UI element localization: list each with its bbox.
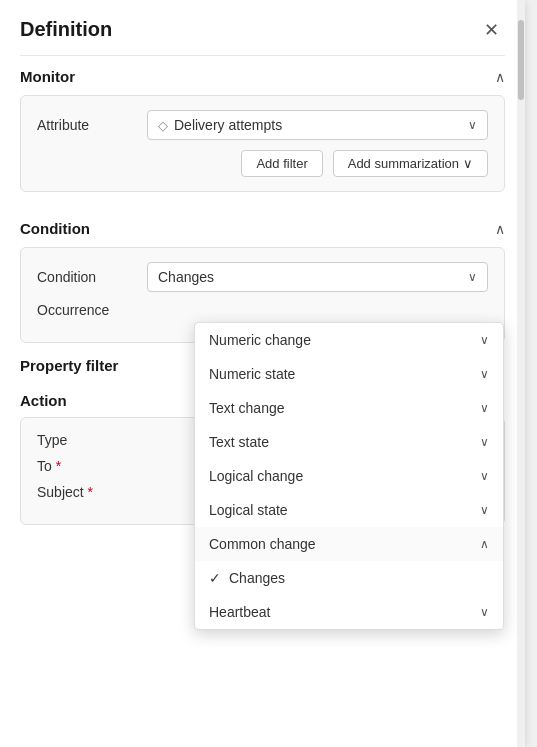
scrollbar-thumb[interactable]	[518, 20, 524, 100]
condition-label: Condition	[37, 269, 147, 285]
condition-chevron-icon: ∧	[495, 221, 505, 237]
text-state-caret: ∨	[480, 435, 489, 449]
logical-change-caret: ∨	[480, 469, 489, 483]
text-change-label: Text change	[209, 400, 480, 416]
action-title: Action	[20, 392, 67, 409]
dropdown-item-logical-change[interactable]: Logical change ∨	[195, 459, 503, 493]
type-label: Type	[37, 432, 147, 448]
occurrence-row: Occurrence	[37, 302, 488, 318]
diamond-icon: ◇	[158, 118, 168, 133]
monitor-title: Monitor	[20, 68, 75, 85]
to-required-star: *	[56, 458, 61, 474]
close-button[interactable]: ✕	[478, 19, 505, 41]
condition-select[interactable]: Changes ∨	[147, 262, 488, 292]
add-filter-button[interactable]: Add filter	[241, 150, 322, 177]
text-state-label: Text state	[209, 434, 480, 450]
subject-required-star: *	[88, 484, 93, 500]
numeric-state-label: Numeric state	[209, 366, 480, 382]
to-label: To *	[37, 458, 147, 474]
add-summarization-button[interactable]: Add summarization ∨	[333, 150, 488, 177]
monitor-button-row: Add filter Add summarization ∨	[37, 150, 488, 177]
attribute-select-value: Delivery attempts	[174, 117, 468, 133]
condition-section-header[interactable]: Condition ∧	[20, 208, 505, 247]
monitor-section-header[interactable]: Monitor ∧	[20, 56, 505, 95]
attribute-select-caret: ∨	[468, 118, 477, 132]
heartbeat-label: Heartbeat	[209, 604, 480, 620]
heartbeat-caret: ∨	[480, 605, 489, 619]
numeric-change-caret: ∨	[480, 333, 489, 347]
common-change-caret: ∧	[480, 537, 489, 551]
dropdown-item-numeric-state[interactable]: Numeric state ∨	[195, 357, 503, 391]
numeric-change-label: Numeric change	[209, 332, 480, 348]
numeric-state-caret: ∨	[480, 367, 489, 381]
monitor-section-body: Attribute ◇ Delivery attempts ∨ Add filt…	[20, 95, 505, 192]
condition-title: Condition	[20, 220, 90, 237]
condition-row: Condition Changes ∨	[37, 262, 488, 292]
attribute-row: Attribute ◇ Delivery attempts ∨	[37, 110, 488, 140]
common-change-label: Common change	[209, 536, 480, 552]
condition-select-caret: ∨	[468, 270, 477, 284]
subject-label: Subject *	[37, 484, 147, 500]
panel-header: Definition ✕	[0, 0, 525, 55]
panel-title: Definition	[20, 18, 112, 41]
logical-change-label: Logical change	[209, 468, 480, 484]
dropdown-item-common-change[interactable]: Common change ∧	[195, 527, 503, 561]
attribute-select[interactable]: ◇ Delivery attempts ∨	[147, 110, 488, 140]
scrollbar[interactable]	[517, 0, 525, 747]
definition-panel: Definition ✕ Monitor ∧ Attribute ◇ Deliv…	[0, 0, 525, 747]
check-icon: ✓	[209, 570, 221, 586]
monitor-section: Monitor ∧ Attribute ◇ Delivery attempts …	[0, 56, 525, 192]
attribute-label: Attribute	[37, 117, 147, 133]
dropdown-item-numeric-change[interactable]: Numeric change ∨	[195, 323, 503, 357]
add-summarization-label: Add summarization	[348, 156, 459, 171]
logical-state-caret: ∨	[480, 503, 489, 517]
dropdown-item-text-state[interactable]: Text state ∨	[195, 425, 503, 459]
condition-dropdown: Numeric change ∨ Numeric state ∨ Text ch…	[194, 322, 504, 630]
dropdown-item-text-change[interactable]: Text change ∨	[195, 391, 503, 425]
dropdown-item-logical-state[interactable]: Logical state ∨	[195, 493, 503, 527]
add-summarization-caret: ∨	[463, 156, 473, 171]
changes-label: Changes	[229, 570, 489, 586]
occurrence-label: Occurrence	[37, 302, 147, 318]
condition-select-value: Changes	[158, 269, 468, 285]
monitor-chevron-icon: ∧	[495, 69, 505, 85]
logical-state-label: Logical state	[209, 502, 480, 518]
text-change-caret: ∨	[480, 401, 489, 415]
dropdown-item-changes[interactable]: ✓ Changes	[195, 561, 503, 595]
dropdown-item-heartbeat[interactable]: Heartbeat ∨	[195, 595, 503, 629]
property-filter-title: Property filter	[20, 357, 118, 374]
